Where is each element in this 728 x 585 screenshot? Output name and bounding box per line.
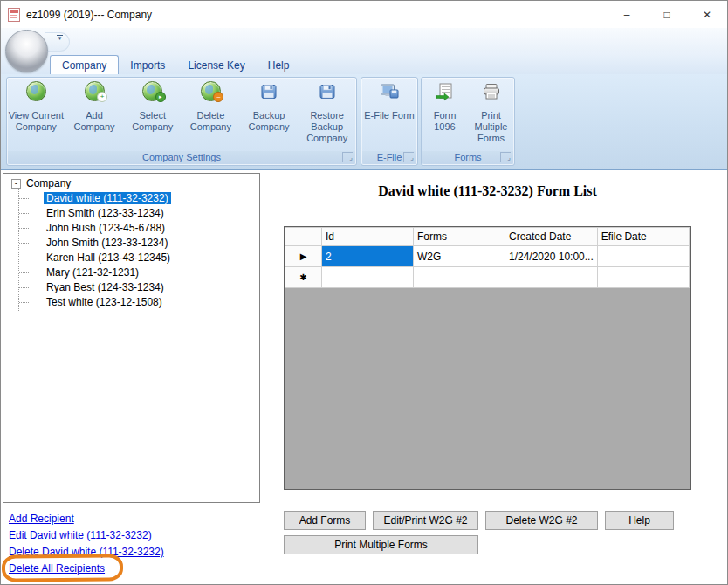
delete-all-recipients-link[interactable]: Delete All Recipients (9, 561, 164, 577)
restore-backup-company-button[interactable]: Restore Backup Company (298, 78, 356, 151)
group-caption-label: Company Settings (142, 152, 221, 162)
ribbon: ▾ Company Imports License Key Help (1, 28, 727, 170)
tab-company[interactable]: Company (50, 55, 119, 74)
column-header-created-date[interactable]: Created Date (505, 228, 598, 246)
window-controls: – □ ✕ (607, 1, 727, 28)
ribbon-group-forms: Form 1096 Print Multiple (421, 77, 515, 166)
ribbon-tab-row: Company Imports License Key Help (1, 52, 727, 74)
view-current-company-button[interactable]: View Current Company (7, 78, 65, 151)
dialog-launcher-icon[interactable]: ⌟ (342, 152, 353, 162)
form-arrow-icon (422, 80, 468, 102)
group-caption-forms: Forms ⌟ (422, 151, 513, 164)
tab-license-key[interactable]: License Key (176, 56, 256, 74)
forms-datagrid: Id Forms Created Date Efile Date ▶ 2 W2G… (284, 226, 691, 490)
print-multiple-forms-ribbon-button[interactable]: Print Multiple Forms (468, 78, 514, 151)
column-header-forms[interactable]: Forms (414, 228, 505, 246)
dialog-launcher-icon[interactable]: ⌟ (403, 152, 414, 162)
tree-item-ryan-best[interactable]: Ryan Best (124-33-1234) (18, 280, 259, 295)
backup-company-button[interactable]: Backup Company (240, 78, 299, 151)
titlebar: ez1099 (2019)--- Company – □ ✕ (1, 1, 727, 28)
efile-form-button[interactable]: E-File Form (361, 78, 417, 151)
ribbon-group-efile: E-File Form E-File ⌟ (361, 77, 418, 166)
new-row-star-icon[interactable]: ✱ (285, 267, 322, 288)
delete-recipient-link[interactable]: Delete David white (111-32-3232) (9, 544, 164, 561)
ribbon-body: View Current Company Add Company Select … (1, 74, 727, 170)
close-button[interactable]: ✕ (687, 1, 727, 28)
tab-help[interactable]: Help (257, 56, 301, 74)
chevron-down-icon: ▾ (58, 36, 62, 41)
globe-delete-icon (182, 80, 240, 102)
globe-icon (7, 80, 65, 102)
print-multiple-forms-button[interactable]: Print Multiple Forms (284, 535, 478, 554)
group-caption-company-settings: Company Settings ⌟ (8, 151, 355, 164)
new-cell-efile-date[interactable] (597, 267, 689, 288)
printer-icon (468, 80, 514, 102)
grid-corner-cell (285, 228, 322, 246)
new-cell-created-date[interactable] (505, 267, 598, 288)
edit-recipient-link[interactable]: Edit David white (111-32-3232) (9, 527, 164, 544)
qat-customize-icon[interactable]: ▾ (57, 35, 63, 41)
cell-created-date[interactable]: 1/24/2020 10:00... (505, 246, 598, 267)
cell-efile-date[interactable] (597, 246, 689, 267)
tree-item-john-bush[interactable]: John Bush (123-45-6788) (18, 221, 259, 236)
group-caption-label: E-File (377, 152, 402, 162)
new-cell-id[interactable] (322, 267, 414, 288)
cell-forms[interactable]: W2G (414, 246, 505, 267)
group-caption-label: Forms (454, 152, 481, 162)
current-row-arrow-icon[interactable]: ▶ (285, 246, 322, 267)
add-company-button[interactable]: Add Company (65, 78, 124, 151)
globe-add-icon (65, 80, 124, 102)
window-title: ez1099 (2019)--- Company (26, 9, 152, 21)
select-company-button[interactable]: Select Company (123, 78, 182, 151)
efile-monitor-disk-icon (361, 80, 417, 102)
cell-id[interactable]: 2 (322, 246, 414, 267)
tree-item-david-white[interactable]: David white (111-32-3232) (18, 191, 259, 206)
tree-children: David white (111-32-3232) Erin Smith (12… (18, 191, 259, 310)
add-forms-button[interactable]: Add Forms (284, 511, 366, 530)
grid-new-row: ✱ (285, 267, 690, 288)
recipient-links: Add Recipient Edit David white (111-32-3… (9, 511, 164, 577)
edit-print-w2g-button[interactable]: Edit/Print W2G #2 (373, 511, 478, 530)
dialog-launcher-icon[interactable]: ⌟ (500, 152, 511, 162)
quick-access-row (1, 28, 727, 52)
floppy-disk-icon (298, 80, 356, 102)
tree-item-test-white[interactable]: Test white (123-12-1508) (18, 295, 259, 310)
tree-root-label: Company (26, 177, 71, 189)
add-recipient-link[interactable]: Add Recipient (9, 511, 164, 527)
minimize-button[interactable]: – (607, 1, 647, 28)
column-header-efile-date[interactable]: Efile Date (597, 228, 689, 246)
grid-data-row: ▶ 2 W2G 1/24/2020 10:00... (285, 246, 690, 267)
ribbon-group-company-settings: View Current Company Add Company Select … (6, 77, 357, 166)
tree-collapse-icon[interactable]: - (11, 179, 21, 189)
application-orb-button[interactable] (5, 30, 48, 72)
delete-company-button[interactable]: Delete Company (182, 78, 240, 151)
new-cell-forms[interactable] (414, 267, 505, 288)
group-caption-efile: E-File ⌟ (362, 151, 416, 164)
globe-select-icon (123, 80, 182, 102)
tree-root-company[interactable]: - Company (3, 174, 259, 191)
form-1096-button[interactable]: Form 1096 (422, 78, 468, 151)
company-tree-panel: - Company David white (111-32-3232) Erin… (3, 173, 260, 503)
app-window: ez1099 (2019)--- Company – □ ✕ ▾ Company… (0, 0, 728, 585)
tree-item-john-smith[interactable]: John Smith (123-33-1234) (18, 236, 259, 251)
maximize-button[interactable]: □ (647, 1, 687, 28)
tab-imports[interactable]: Imports (119, 56, 176, 74)
grid-header-row: Id Forms Created Date Efile Date (285, 228, 690, 246)
help-button[interactable]: Help (605, 511, 674, 530)
column-header-id[interactable]: Id (322, 228, 414, 246)
delete-w2g-button[interactable]: Delete W2G #2 (485, 511, 598, 530)
tree-item-karen-hall[interactable]: Karen Hall (213-43-12345) (18, 251, 259, 265)
tree-item-erin-smith[interactable]: Erin Smith (123-33-1234) (18, 206, 259, 221)
tree-item-mary[interactable]: Mary (121-32-1231) (18, 265, 259, 280)
app-1099-form-icon (8, 8, 20, 22)
floppy-disk-icon (240, 80, 299, 102)
form-list-title: David white (111-32-3232) Form List (284, 183, 691, 199)
